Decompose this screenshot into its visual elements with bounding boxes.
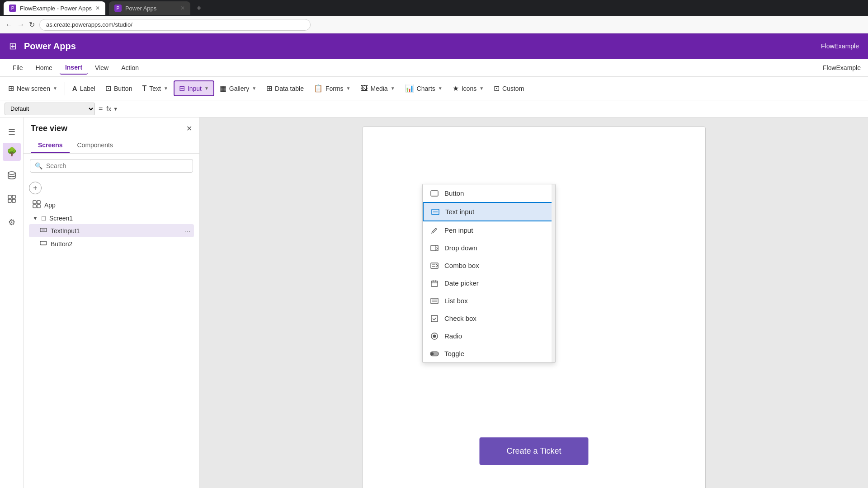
charts-chevron: ▼ (438, 86, 443, 91)
dropdown-combobox-icon (430, 263, 439, 269)
add-item-button[interactable]: + (29, 182, 42, 194)
forms-button[interactable]: 📋 Forms ▼ (309, 81, 355, 95)
input-button[interactable]: ⊟ Input ▼ (174, 80, 214, 96)
svg-rect-4 (12, 199, 15, 202)
tree-search-bar[interactable]: 🔍 (30, 159, 193, 173)
tab-favicon-1: P (9, 5, 16, 12)
forms-label: Forms (326, 85, 344, 92)
dropdown-item-check-box[interactable]: Check box (423, 310, 555, 327)
list-item[interactable]: App (29, 198, 194, 212)
tree-close-button[interactable]: ✕ (186, 124, 192, 133)
create-ticket-button[interactable]: Create a Ticket (479, 437, 588, 465)
dropdown-item-button[interactable]: Button (423, 184, 555, 202)
svg-point-0 (8, 172, 15, 174)
back-button[interactable]: ← (5, 21, 13, 29)
new-screen-button[interactable]: ⊞ New screen ▼ (4, 81, 62, 95)
dropdown-item-radio[interactable]: Radio (423, 327, 555, 345)
sidebar-icon-components[interactable] (3, 190, 21, 208)
dropdown-item-toggle[interactable]: Toggle (423, 345, 555, 362)
gallery-button[interactable]: ▦ Gallery ▼ (215, 81, 261, 95)
dropdown-datepicker-icon (430, 280, 439, 287)
menu-home[interactable]: Home (30, 61, 58, 74)
list-item[interactable]: TextInput1 ··· (29, 224, 194, 237)
dropdown-item-text-input[interactable]: Text input (423, 202, 555, 221)
menu-file[interactable]: File (7, 61, 28, 74)
toolbar-sep-1 (65, 82, 65, 95)
svg-point-33 (431, 352, 434, 355)
forward-button[interactable]: → (17, 21, 24, 29)
forms-chevron: ▼ (346, 86, 351, 91)
dropdown-item-drop-down[interactable]: Drop down (423, 239, 555, 257)
sidebar-icon-menu[interactable]: ☰ (3, 123, 21, 141)
dropdown-toggle-label: Toggle (444, 350, 464, 357)
tab-active[interactable]: P FlowExample - Power Apps ✕ (4, 1, 105, 15)
label-button[interactable]: A Label (68, 82, 100, 95)
flow-name: FlowExample (823, 64, 861, 71)
formula-fx-button[interactable]: fx ▼ (106, 105, 118, 113)
screen1-chevron: ▼ (33, 215, 38, 221)
waffle-icon[interactable]: ⊞ (9, 41, 17, 52)
data-table-label: Data table (275, 85, 304, 92)
dropdown-button-icon (430, 190, 439, 197)
custom-button[interactable]: ⊡ Custom (489, 81, 528, 95)
new-tab-button[interactable]: + (194, 4, 204, 13)
list-item[interactable]: Button2 (29, 237, 194, 250)
dropdown-item-combo-box[interactable]: Combo box (423, 257, 555, 274)
media-button[interactable]: 🖼 Media ▼ (356, 82, 400, 95)
svg-rect-29 (431, 315, 438, 322)
tree-panel: Tree view ✕ Screens Components 🔍 + App (24, 117, 200, 488)
button-label: Button (114, 85, 132, 92)
svg-line-20 (436, 264, 438, 266)
svg-rect-5 (33, 201, 36, 204)
svg-point-31 (433, 334, 436, 338)
dropdown-dropdown-label: Drop down (444, 244, 477, 252)
dropdown-textinput-label: Text input (445, 208, 474, 216)
button2-icon (40, 239, 47, 248)
textinput1-actions[interactable]: ··· (185, 227, 190, 235)
svg-line-21 (436, 266, 438, 267)
sidebar-icon-settings[interactable]: ⚙ (3, 213, 21, 231)
input-label: Input (188, 85, 202, 92)
svg-rect-11 (40, 241, 47, 245)
dropdown-scrollbar[interactable] (552, 184, 555, 362)
sidebar-icon-tree[interactable]: 🌳 (3, 143, 21, 161)
list-item[interactable]: ▼ □ Screen1 (29, 212, 194, 224)
svg-rect-1 (8, 195, 11, 198)
tab-screens[interactable]: Screens (31, 138, 70, 153)
app-header: ⊞ Power Apps FlowExample (0, 33, 868, 59)
label-icon: A (72, 84, 77, 92)
button2-label: Button2 (51, 240, 190, 248)
menu-view[interactable]: View (90, 61, 114, 74)
fx-label: fx (106, 105, 111, 113)
sidebar-icon-data[interactable] (3, 166, 21, 184)
icons-button[interactable]: ★ Icons ▼ (448, 81, 488, 95)
custom-icon: ⊡ (494, 84, 500, 93)
search-input[interactable] (46, 162, 188, 169)
data-table-button[interactable]: ⊞ Data table (262, 81, 308, 95)
button-button[interactable]: ⊡ Button (101, 81, 137, 95)
svg-rect-3 (8, 199, 11, 202)
new-screen-label: New screen (17, 85, 50, 92)
gallery-icon: ▦ (220, 84, 226, 93)
svg-rect-22 (431, 281, 438, 286)
property-select[interactable]: Default (5, 103, 95, 115)
toolbar: ⊞ New screen ▼ A Label ⊡ Button T Text ▼… (0, 77, 868, 100)
menu-action[interactable]: Action (116, 61, 144, 74)
formula-bar: Default = fx ▼ (0, 100, 868, 117)
tab-close-1[interactable]: ✕ (95, 5, 100, 11)
dropdown-item-date-picker[interactable]: Date picker (423, 274, 555, 292)
reload-button[interactable]: ↻ (29, 20, 35, 29)
tab-components[interactable]: Components (70, 138, 120, 153)
button-icon: ⊡ (105, 84, 111, 93)
canvas-area: Create a Ticket Button Text input (200, 117, 868, 488)
tab-inactive[interactable]: P Power Apps ✕ (109, 1, 190, 15)
dropdown-item-pen-input[interactable]: Pen input (423, 221, 555, 239)
text-button[interactable]: T Text ▼ (137, 82, 172, 95)
menu-insert[interactable]: Insert (60, 61, 88, 75)
dropdown-toggle-icon (430, 351, 439, 357)
tab-close-2[interactable]: ✕ (180, 5, 185, 11)
address-bar[interactable] (39, 19, 311, 31)
dropdown-item-list-box[interactable]: List box (423, 292, 555, 310)
charts-button[interactable]: 📊 Charts ▼ (401, 81, 447, 95)
fx-chevron: ▼ (113, 106, 118, 112)
